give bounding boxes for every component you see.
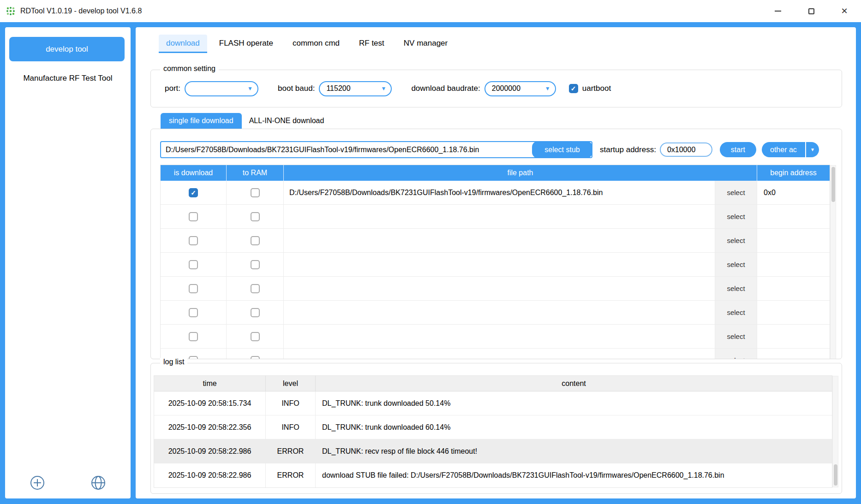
window-controls: ✕ xyxy=(761,0,861,22)
file-path-cell: D:/Users/F27058B/Downloads/BK7231GUIFlas… xyxy=(284,181,715,204)
boot-baud-value: 115200 xyxy=(320,84,376,93)
header-begin-address: begin address xyxy=(757,165,830,181)
minimize-button[interactable] xyxy=(761,0,795,22)
select-file-button[interactable]: select xyxy=(715,301,757,324)
log-row[interactable]: 2025-10-09 20:58:15.734 INFO DL_TRUNK: t… xyxy=(154,391,832,415)
port-select[interactable]: ▼ xyxy=(185,81,258,96)
other-actions-dropdown-button[interactable]: ▼ xyxy=(806,142,819,157)
is-download-checkbox[interactable] xyxy=(189,332,198,341)
startup-address-input[interactable]: 0x10000 xyxy=(660,142,712,157)
common-setting-group: common setting port: ▼ boot baud: 115200… xyxy=(150,70,842,107)
uartboot-checkbox[interactable] xyxy=(569,84,578,93)
titlebar: RDTool V1.0.19 - develop tool V1.6.8 ✕ xyxy=(0,0,861,22)
tab-rf-test[interactable]: RF test xyxy=(352,35,392,53)
begin-address-cell[interactable] xyxy=(757,229,830,252)
tab-download[interactable]: download xyxy=(159,35,207,53)
to-ram-checkbox[interactable] xyxy=(251,356,260,360)
log-time: 2025-10-09 20:58:22.986 xyxy=(154,463,266,487)
select-file-button[interactable]: select xyxy=(715,205,757,228)
is-download-checkbox[interactable] xyxy=(189,356,198,360)
table-row: select xyxy=(161,325,830,349)
scrollbar-thumb[interactable] xyxy=(831,167,835,202)
select-file-button[interactable]: select xyxy=(715,229,757,252)
start-button[interactable]: start xyxy=(720,142,756,157)
file-table-scrollbar[interactable] xyxy=(830,165,836,359)
other-actions-button[interactable]: other ac xyxy=(762,142,805,157)
file-table-header: is download to RAM file path begin addre… xyxy=(161,165,830,181)
tab-all-in-one-download[interactable]: ALL-IN-ONE download xyxy=(242,113,324,129)
is-download-checkbox[interactable] xyxy=(189,188,198,197)
begin-address-cell[interactable] xyxy=(757,277,830,300)
to-ram-checkbox[interactable] xyxy=(251,260,260,269)
download-controls-row: D:/Users/F27058B/Downloads/BK7231GUIFlas… xyxy=(160,141,832,158)
select-file-button[interactable]: select xyxy=(715,277,757,300)
main-panel: download FLASH operate common cmd RF tes… xyxy=(136,27,856,498)
chevron-down-icon: ▼ xyxy=(810,147,815,152)
select-file-button[interactable]: select xyxy=(715,181,757,204)
firmware-path-input[interactable]: D:/Users/F27058B/Downloads/BK7231GUIFlas… xyxy=(160,141,592,158)
log-row[interactable]: 2025-10-09 20:58:22.356 INFO DL_TRUNK: t… xyxy=(154,415,832,439)
is-download-checkbox[interactable] xyxy=(189,260,198,269)
is-download-checkbox[interactable] xyxy=(189,284,198,293)
select-stub-button[interactable]: select stub xyxy=(532,141,592,158)
header-to-ram: to RAM xyxy=(227,165,284,181)
download-baudrate-select[interactable]: 2000000 ▼ xyxy=(484,81,556,96)
sidebar: develop tool Manufacture RF Test Tool xyxy=(5,27,131,498)
to-ram-checkbox[interactable] xyxy=(251,332,260,341)
log-row[interactable]: 2025-10-09 20:58:22.986 ERROR download S… xyxy=(154,463,832,487)
file-path-cell xyxy=(284,229,715,252)
log-content: download STUB file failed: D:/Users/F270… xyxy=(316,463,832,487)
tab-bar: download FLASH operate common cmd RF tes… xyxy=(136,27,856,53)
log-level: ERROR xyxy=(266,439,316,463)
tab-nv-manager[interactable]: NV manager xyxy=(396,35,455,53)
begin-address-cell[interactable] xyxy=(757,301,830,324)
table-row: select xyxy=(161,253,830,277)
scrollbar-thumb[interactable] xyxy=(834,464,837,486)
tab-single-file-download[interactable]: single file download xyxy=(161,113,242,129)
to-ram-checkbox[interactable] xyxy=(251,212,260,221)
begin-address-cell[interactable] xyxy=(757,325,830,348)
to-ram-checkbox[interactable] xyxy=(251,188,260,197)
table-row: select xyxy=(161,229,830,253)
header-level: level xyxy=(266,376,316,391)
file-path-cell xyxy=(284,205,715,228)
select-file-button[interactable]: select xyxy=(715,253,757,276)
single-file-download-panel: D:/Users/F27058B/Downloads/BK7231GUIFlas… xyxy=(150,129,842,359)
download-baudrate-value: 2000000 xyxy=(485,84,540,93)
is-download-checkbox[interactable] xyxy=(189,212,198,221)
to-ram-checkbox[interactable] xyxy=(251,236,260,245)
is-download-checkbox[interactable] xyxy=(189,236,198,245)
select-file-button[interactable]: select xyxy=(715,325,757,348)
download-baudrate-label: download baudrate: xyxy=(411,84,480,93)
chevron-down-icon: ▼ xyxy=(376,85,391,92)
download-subtabs: single file download ALL-IN-ONE download xyxy=(161,113,856,129)
begin-address-cell[interactable] xyxy=(757,253,830,276)
log-scrollbar[interactable] xyxy=(832,376,838,487)
begin-address-cell[interactable] xyxy=(757,205,830,228)
is-download-checkbox[interactable] xyxy=(189,308,198,317)
file-table-body: D:/Users/F27058B/Downloads/BK7231GUIFlas… xyxy=(161,181,830,359)
to-ram-checkbox[interactable] xyxy=(251,308,260,317)
log-time: 2025-10-09 20:58:22.986 xyxy=(154,439,266,463)
firmware-path-value: D:/Users/F27058B/Downloads/BK7231GUIFlas… xyxy=(161,146,543,154)
file-path-cell xyxy=(284,253,715,276)
log-table-body: 2025-10-09 20:58:15.734 INFO DL_TRUNK: t… xyxy=(154,391,832,487)
begin-address-cell[interactable] xyxy=(757,349,830,359)
boot-baud-select[interactable]: 115200 ▼ xyxy=(319,81,392,96)
app-frame: develop tool Manufacture RF Test Tool do… xyxy=(0,22,861,504)
log-row[interactable]: 2025-10-09 20:58:22.986 ERROR DL_TRUNK: … xyxy=(154,439,832,463)
close-button[interactable]: ✕ xyxy=(828,0,861,22)
header-file-path: file path xyxy=(284,165,757,181)
begin-address-cell[interactable]: 0x0 xyxy=(757,181,830,204)
add-icon[interactable] xyxy=(29,474,46,491)
to-ram-checkbox[interactable] xyxy=(251,284,260,293)
maximize-button[interactable] xyxy=(795,0,828,22)
log-list-group: log list time level content 2025-10-09 2… xyxy=(150,363,842,494)
select-file-button[interactable]: select xyxy=(715,349,757,359)
tab-flash-operate[interactable]: FLASH operate xyxy=(212,35,281,53)
language-globe-icon[interactable] xyxy=(90,474,107,491)
sidebar-item-develop-tool[interactable]: develop tool xyxy=(9,37,125,61)
sidebar-item-manufacture-rf-test-tool[interactable]: Manufacture RF Test Tool xyxy=(5,74,131,83)
table-row: select xyxy=(161,349,830,359)
tab-common-cmd[interactable]: common cmd xyxy=(285,35,347,53)
